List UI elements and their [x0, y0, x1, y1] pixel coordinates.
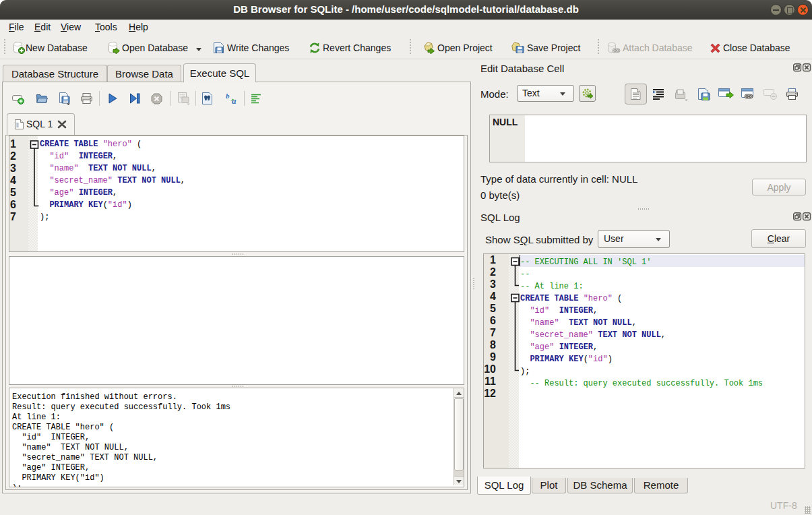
- svg-text:b: b: [226, 92, 230, 100]
- svg-text:a: a: [232, 96, 237, 105]
